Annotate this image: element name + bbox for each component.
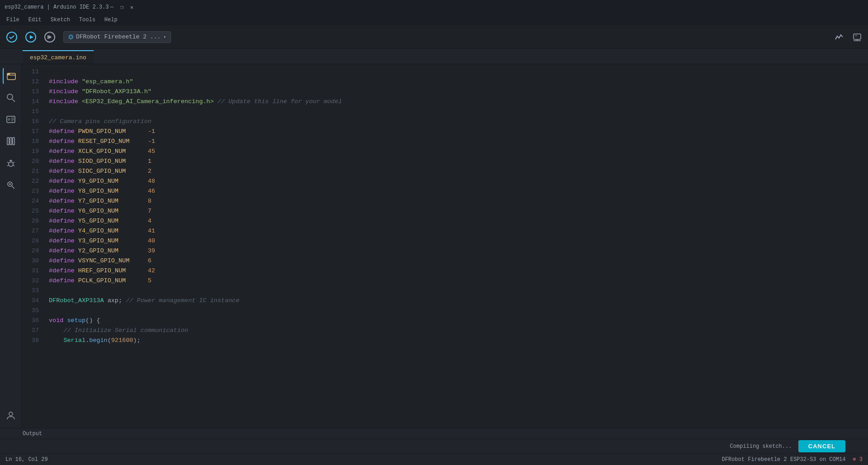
menu-file[interactable]: File [2,16,24,24]
menu-tools[interactable]: Tools [75,16,100,24]
compiling-text: Compiling sketch... [730,443,792,450]
verify-button[interactable] [4,29,20,45]
title-bar-controls: — ❐ ✕ [109,4,135,10]
menu-bar: File Edit Sketch Tools Help [0,14,868,25]
svg-line-26 [13,165,14,166]
svg-rect-20 [13,138,14,145]
serial-monitor-icon [853,33,862,42]
menu-help[interactable]: Help [100,16,122,24]
maximize-button[interactable]: ❐ [119,4,125,10]
serial-plotter-button[interactable] [832,30,846,44]
serial-plotter-icon [835,33,844,42]
board-dropdown-icon: ▾ [163,34,166,40]
sidebar-item-search[interactable] [3,90,19,106]
svg-line-28 [12,186,14,189]
svg-line-12 [12,99,15,102]
main-layout: 11121314 15161718 19202122 23242526 2728… [0,64,868,428]
status-right: DFRobot Firebeetle 2 ESP32-S3 on COM14 ⊗… [722,456,863,463]
editor-area[interactable]: 11121314 15161718 19202122 23242526 2728… [22,64,868,428]
debug-icon [44,32,55,43]
svg-rect-18 [7,138,9,145]
sidebar-item-files[interactable] [3,68,19,84]
toolbar: ⏣ DFRobot Firebeetle 2 ... ▾ [0,25,868,49]
menu-edit[interactable]: Edit [24,16,46,24]
svg-point-21 [9,162,13,166]
minimize-button[interactable]: — [109,4,115,10]
sidebar-item-account[interactable] [3,407,19,423]
status-left: Ln 16, Col 29 [5,456,48,463]
status-board: DFRobot Firebeetle 2 ESP32-S3 on COM14 [722,456,846,463]
boards-icon [6,114,16,124]
account-icon [6,410,16,420]
svg-point-14 [8,119,10,120]
activity-bar [0,64,22,428]
sidebar-item-boards[interactable] [3,111,19,128]
svg-rect-19 [10,138,12,145]
library-icon [6,136,16,146]
svg-line-23 [7,162,9,163]
code-container: 11121314 15161718 19202122 23242526 2728… [22,64,868,428]
debug-button[interactable] [42,29,58,45]
svg-point-11 [7,94,13,100]
line-numbers: 11121314 15161718 19202122 23242526 2728… [22,64,44,428]
svg-rect-6 [854,34,861,39]
sidebar-item-library[interactable] [3,133,19,149]
toolbar-right [832,30,864,44]
output-content: Compiling sketch... CANCEL [0,439,868,453]
upload-icon [25,32,36,43]
tab-esp32-camera[interactable]: esp32_camera.ino [23,50,94,64]
find-icon [6,180,16,190]
output-panel: Output Compiling sketch... CANCEL [0,428,868,453]
sidebar-item-find[interactable] [3,176,19,193]
status-position: Ln 16, Col 29 [5,456,48,463]
upload-button[interactable] [23,29,39,45]
output-header: Output [0,428,868,439]
board-selector[interactable]: ⏣ DFRobot Firebeetle 2 ... ▾ [63,31,171,43]
tab-bar: esp32_camera.ino [0,49,868,64]
debug2-icon [6,158,16,168]
activity-bottom [3,407,19,423]
cancel-button[interactable]: CANCEL [798,440,845,452]
svg-point-31 [9,412,13,416]
title-bar: esp32_camera | Arduino IDE 2.3.3 — ❐ ✕ [0,0,868,14]
svg-marker-2 [30,35,33,39]
svg-line-24 [13,162,14,163]
search-icon [6,93,16,103]
menu-sketch[interactable]: Sketch [46,16,75,24]
folder-icon [6,71,16,81]
tab-label: esp32_camera.ino [30,54,86,61]
verify-icon [6,32,17,43]
status-errors: ⊗ 3 [853,456,863,463]
close-button[interactable]: ✕ [128,4,135,10]
sidebar-item-debug[interactable] [3,155,19,171]
code-content[interactable]: #include "esp_camera.h" #include "DFRobo… [44,64,868,428]
output-tab-label[interactable]: Output [23,431,42,437]
svg-line-25 [7,165,9,166]
status-bar: Ln 16, Col 29 DFRobot Firebeetle 2 ESP32… [0,453,868,465]
svg-marker-4 [49,35,52,39]
board-label: DFRobot Firebeetle 2 ... [76,33,161,40]
serial-monitor-button[interactable] [850,30,864,44]
title-bar-text: esp32_camera | Arduino IDE 2.3.3 [5,4,109,10]
board-icon: ⏣ [68,33,73,41]
